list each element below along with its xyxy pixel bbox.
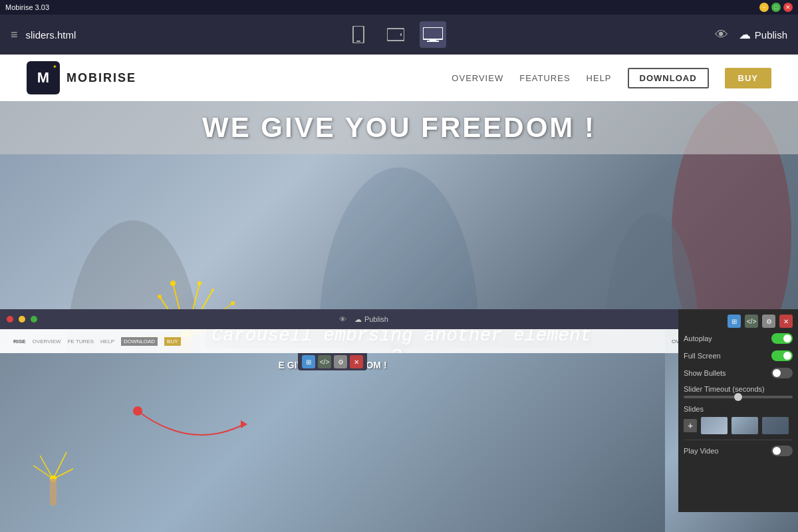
preview-nav: M ✦ MOBIRISE OVERVIEW FEATURES HELP DOWN… [0,55,798,101]
autoplay-label: Autoplay [684,334,712,342]
svg-rect-6 [427,41,439,42]
maximize-button[interactable]: □ [771,3,781,12]
svg-rect-3 [400,33,402,36]
inner-close-btn[interactable] [7,316,13,323]
mobile-view-button[interactable] [345,21,372,48]
slider-timeout-control[interactable] [684,396,793,398]
file-name: sliders.html [26,29,76,41]
slides-label: Slides [684,405,793,413]
brand-logo-star: ✦ [53,64,57,70]
showbullets-row: Show Bullets [684,368,793,378]
inner-publish-button[interactable]: ☁ Publish [354,315,388,324]
minimize-button[interactable]: − [759,3,769,12]
slide-thumb-1[interactable] [701,417,728,434]
title-bar: Mobirise 3.03 − □ ✕ [0,0,798,15]
inner-nav-buy: BUY [164,337,180,346]
add-slide-btn[interactable]: + [684,419,697,432]
play-video-label: Play Video [684,447,718,455]
component-layout-btn[interactable]: ⊞ [302,355,315,368]
component-settings-btn[interactable]: ⚙ [334,355,347,368]
inner-nav-features: FE TURES [68,338,94,344]
svg-point-24 [231,301,235,305]
autoplay-toggle[interactable] [771,333,793,344]
svg-marker-35 [241,420,247,428]
svg-line-29 [40,456,53,479]
nav-overview[interactable]: OVERVIEW [452,73,503,83]
hamburger-icon[interactable]: ≡ [11,28,18,42]
brand: M ✦ MOBIRISE [27,61,136,94]
preview-button[interactable]: 👁 [715,27,728,43]
brand-logo-letter: M [37,69,49,86]
inner-toolbar-center: 👁 ☁ Publish [339,315,388,324]
inner-brand: RISE [13,338,26,344]
inner-hero: E GIVE YOU FREEDOM ! ⊞ [0,353,665,532]
inner-nav: RISE OVERVIEW FE TURES HELP DOWNLOAD BUY [0,329,665,353]
settings-divider [684,440,793,440]
showbullets-label: Show Bullets [684,369,726,377]
svg-line-32 [33,466,53,479]
svg-rect-1 [356,41,360,42]
inner-nav-download: DOWNLOAD [121,337,158,346]
autoplay-row: Autoplay [684,333,793,344]
nav-features[interactable]: FEATURES [519,73,570,83]
svg-rect-2 [387,29,404,41]
slide-thumb-3[interactable] [762,417,789,434]
inner-sparkle-svg [20,446,86,512]
toolbar-center [345,21,446,48]
inner-eye-icon[interactable]: 👁 [339,315,346,323]
svg-rect-34 [50,479,57,505]
inner-preview-left: RISE OVERVIEW FE TURES HELP DOWNLOAD BUY… [0,329,665,532]
toolbar-left: ≡ sliders.html [11,28,76,42]
fullscreen-label: Full Screen [684,352,721,360]
inner-nav-help: HELP [100,338,114,344]
bottom-section: 👁 ☁ Publish 📱 📲 🖥 👁 ☁ Publish [0,309,798,532]
fullscreen-toggle[interactable] [771,350,793,361]
inner-min-btn[interactable] [19,316,25,323]
svg-point-22 [211,289,214,291]
desktop-view-button[interactable] [420,21,446,48]
toolbar-right: 👁 ☁ Publish [715,27,787,43]
svg-point-21 [158,295,162,299]
svg-rect-5 [430,39,436,41]
svg-line-30 [53,452,66,479]
component-code-btn[interactable]: </> [318,355,331,368]
slider-timeout-label: Slider Timeout (seconds) [684,385,793,393]
hero-overlay: WE GIVE YOU FREEDOM ! [0,101,798,154]
app-toolbar: ≡ sliders.html 👁 ☁ Publish [0,15,798,55]
slide-thumb-2[interactable] [732,417,758,434]
nav-download[interactable]: DOWNLOAD [628,68,709,88]
hero-section: WE GIVE YOU FREEDOM ! Carousell embrsing… [0,101,798,532]
svg-rect-4 [423,27,443,39]
publish-button[interactable]: ☁ Publish [739,27,787,42]
play-video-row: Play Video [684,446,793,456]
main-content: M ✦ MOBIRISE OVERVIEW FEATURES HELP DOWN… [0,55,798,532]
settings-panel: ⊞ </> ⚙ ✕ Autoplay Full Screen Sh [678,329,798,512]
fullscreen-row: Full Screen [684,350,793,361]
inner-publish-label: Publish [364,315,388,323]
inner-max-btn[interactable] [31,316,37,323]
title-bar-controls: − □ ✕ [759,3,793,12]
inner-preview: RISE OVERVIEW FE TURES HELP DOWNLOAD BUY… [0,329,798,532]
nav-buy[interactable]: BUY [725,68,771,88]
slides-section: Slides + [684,405,793,434]
publish-label: Publish [755,29,787,41]
svg-point-26 [170,281,176,286]
component-delete-btn[interactable]: ✕ [350,355,363,368]
component-toolbar: ⊞ </> ⚙ ✕ [298,353,367,370]
cloud-icon: ☁ [739,27,751,42]
close-button[interactable]: ✕ [783,3,793,12]
arrow-svg [138,411,271,464]
inner-toolbar-left [7,316,37,323]
showbullets-toggle[interactable] [771,368,793,378]
tablet-view-button[interactable] [382,21,409,48]
hero-title: WE GIVE YOU FREEDOM ! [202,112,596,144]
inner-nav-overview: OVERVIEW [33,338,61,344]
inner-cloud-icon: ☁ [354,315,362,324]
play-video-toggle[interactable] [771,446,793,456]
slider-timeout-section: Slider Timeout (seconds) [684,385,793,398]
title-bar-text: Mobirise 3.03 [5,3,49,11]
brand-name: MOBIRISE [66,71,136,85]
nav-links: OVERVIEW FEATURES HELP DOWNLOAD BUY [452,68,771,88]
slides-add: + [684,417,793,434]
nav-help[interactable]: HELP [587,73,612,83]
